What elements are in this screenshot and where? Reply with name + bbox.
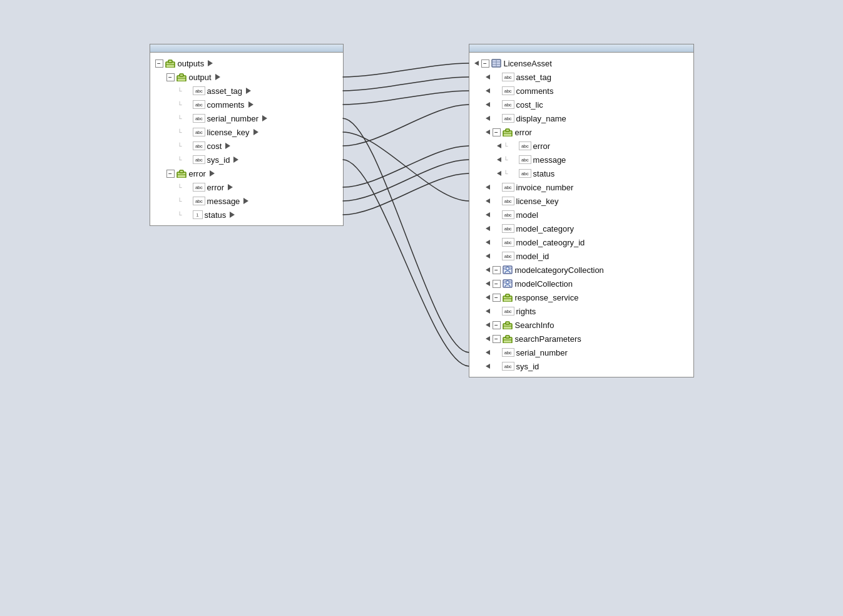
left-node-cost: └abccost bbox=[150, 139, 343, 153]
right-tree: − LicenseAssetabcasset_tagabccommentsabc… bbox=[469, 53, 693, 377]
left-panel-title bbox=[150, 44, 343, 53]
right-node-response_service: − response_service bbox=[469, 290, 693, 304]
right-node-SearchInfo: − SearchInfo bbox=[469, 318, 693, 332]
svg-rect-1 bbox=[168, 60, 172, 63]
left-node-outputs: − outputs bbox=[150, 56, 343, 70]
connection-comments-comments_r bbox=[343, 91, 469, 105]
connection-serial_number-serial_number_r bbox=[343, 118, 469, 352]
right-node-model_id: abcmodel_id bbox=[469, 249, 693, 263]
svg-rect-28 bbox=[506, 322, 509, 324]
connection-cost-cost_lic bbox=[343, 105, 469, 146]
right-node-modelCollection: − modelCollection bbox=[469, 277, 693, 290]
right-node-status_r: └abcstatus bbox=[469, 167, 693, 180]
left-tree: − outputs − output└abcasset_tag└abccomme… bbox=[150, 53, 343, 225]
svg-rect-7 bbox=[180, 170, 183, 173]
left-node-error_field: └abcerror bbox=[150, 180, 343, 194]
left-node-message: └abcmessage bbox=[150, 194, 343, 208]
right-node-message_r: └abcmessage bbox=[469, 153, 693, 167]
connection-asset_tag-asset_tag_r bbox=[343, 77, 469, 91]
svg-rect-31 bbox=[506, 336, 509, 338]
svg-rect-25 bbox=[506, 294, 509, 297]
left-panel: − outputs − output└abcasset_tag└abccomme… bbox=[150, 44, 344, 226]
connection-status-status_r bbox=[343, 173, 469, 215]
svg-rect-14 bbox=[506, 129, 509, 131]
right-node-modelcategoryCollection: − modelcategoryCollection bbox=[469, 263, 693, 277]
connection-message-message_r bbox=[343, 160, 469, 201]
left-node-serial_number: └abcserial_number bbox=[150, 111, 343, 125]
right-node-model: abcmodel bbox=[469, 208, 693, 222]
svg-rect-4 bbox=[180, 74, 183, 76]
left-node-output: − output bbox=[150, 70, 343, 84]
right-node-invoice_number: abcinvoice_number bbox=[469, 180, 693, 194]
right-node-display_name: abcdisplay_name bbox=[469, 111, 693, 125]
left-node-status: └1status bbox=[150, 208, 343, 222]
left-node-asset_tag: └abcasset_tag bbox=[150, 84, 343, 98]
right-node-serial_number_r: abcserial_number bbox=[469, 346, 693, 359]
right-node-rights: abcrights bbox=[469, 304, 693, 318]
left-node-error_group: − error bbox=[150, 167, 343, 180]
connection-license_key-license_key_r bbox=[343, 132, 469, 201]
right-node-model_category: abcmodel_category bbox=[469, 222, 693, 235]
right-panel-title bbox=[469, 44, 693, 53]
left-node-comments: └abccomments bbox=[150, 98, 343, 111]
right-node-searchParameters: − searchParameters bbox=[469, 332, 693, 346]
left-node-sys_id: └abcsys_id bbox=[150, 153, 343, 167]
left-node-license_key: └abclicense_key bbox=[150, 125, 343, 139]
right-node-model_cateogry_id: abcmodel_cateogry_id bbox=[469, 235, 693, 249]
right-node-license_key_r: abclicense_key bbox=[469, 194, 693, 208]
right-node-sys_id_r: abcsys_id bbox=[469, 359, 693, 373]
connection-output-LicenseAsset bbox=[343, 63, 469, 77]
connection-error_field-error_r_field bbox=[343, 146, 469, 187]
main-container: − outputs − output└abcasset_tag└abccomme… bbox=[0, 0, 843, 616]
right-node-error_r_field: └abcerror bbox=[469, 139, 693, 153]
right-node-LicenseAsset: − LicenseAsset bbox=[469, 56, 693, 70]
right-node-cost_lic: abccost_lic bbox=[469, 98, 693, 111]
right-node-error_r_group: − error bbox=[469, 125, 693, 139]
connections-svg bbox=[0, 0, 843, 616]
connection-sys_id-sys_id_r bbox=[343, 160, 469, 366]
right-panel: − LicenseAssetabcasset_tagabccommentsabc… bbox=[469, 44, 694, 377]
right-node-asset_tag_r: abcasset_tag bbox=[469, 70, 693, 84]
right-node-comments_r: abccomments bbox=[469, 84, 693, 98]
